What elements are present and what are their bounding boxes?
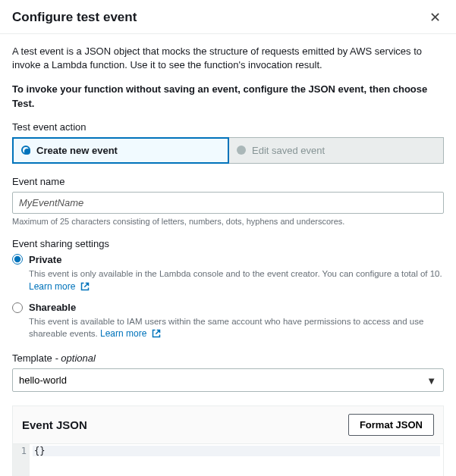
- shareable-desc-row: This event is available to IAM users wit…: [29, 315, 444, 342]
- sharing-shareable-radio[interactable]: Shareable: [12, 302, 444, 313]
- private-desc: This event is only available in the Lamb…: [29, 269, 442, 278]
- template-label-row: Template - optional: [12, 352, 444, 364]
- shareable-learn-more-link[interactable]: Learn more: [100, 328, 161, 339]
- private-radio-input[interactable]: [12, 254, 23, 265]
- edit-saved-event-label: Edit saved event: [252, 145, 325, 156]
- sharing-private-radio[interactable]: Private: [12, 254, 444, 265]
- radio-disabled-icon: [237, 146, 246, 155]
- event-json-panel: Event JSON Format JSON 1 {}: [12, 406, 444, 476]
- event-json-heading: Event JSON: [22, 418, 87, 431]
- private-title: Private: [29, 254, 61, 265]
- create-new-event-option[interactable]: Create new event: [12, 137, 229, 164]
- dialog-title: Configure test event: [12, 10, 137, 25]
- json-content: {}: [33, 446, 45, 456]
- dialog-header: Configure test event ✕: [0, 0, 456, 34]
- shareable-radio-input[interactable]: [12, 302, 23, 313]
- close-icon[interactable]: ✕: [426, 9, 444, 26]
- json-editor[interactable]: 1 {}: [13, 443, 443, 476]
- external-link-icon: [152, 329, 161, 342]
- intro-text-1: A test event is a JSON object that mocks…: [12, 45, 444, 72]
- template-select[interactable]: hello-world: [12, 368, 444, 392]
- template-optional: - optional: [55, 352, 95, 364]
- editor-code[interactable]: {}: [30, 444, 443, 476]
- test-event-action-label: Test event action: [12, 121, 444, 133]
- event-action-toggle: Create new event Edit saved event: [12, 137, 444, 164]
- sharing-private-item: Private This event is only available in …: [12, 254, 444, 295]
- sharing-settings-label: Event sharing settings: [12, 238, 444, 249]
- template-select-wrap: hello-world ▼: [12, 368, 444, 392]
- event-name-hint: Maximum of 25 characters consisting of l…: [12, 217, 444, 226]
- sharing-shareable-item: Shareable This event is available to IAM…: [12, 302, 444, 342]
- event-json-header: Event JSON Format JSON: [13, 406, 443, 443]
- event-name-input[interactable]: [12, 192, 444, 214]
- edit-saved-event-option: Edit saved event: [229, 137, 444, 164]
- event-name-label: Event name: [12, 176, 444, 187]
- sharing-radio-group: Private This event is only available in …: [12, 254, 444, 342]
- create-new-event-label: Create new event: [36, 145, 118, 156]
- dialog-content: A test event is a JSON object that mocks…: [0, 34, 456, 476]
- editor-gutter: 1: [13, 444, 30, 476]
- template-label: Template: [12, 352, 52, 364]
- shareable-title: Shareable: [29, 302, 76, 313]
- learn-more-text-2: Learn more: [100, 328, 146, 339]
- format-json-button[interactable]: Format JSON: [348, 414, 434, 436]
- line-number: 1: [13, 446, 27, 456]
- radio-selected-icon: [21, 146, 30, 155]
- external-link-icon: [80, 282, 90, 295]
- private-desc-row: This event is only available in the Lamb…: [29, 268, 444, 295]
- intro-text-2: To invoke your function without saving a…: [12, 83, 444, 110]
- shareable-desc: This event is available to IAM users wit…: [29, 317, 423, 338]
- private-learn-more-link[interactable]: Learn more: [29, 281, 90, 292]
- learn-more-text: Learn more: [29, 281, 75, 292]
